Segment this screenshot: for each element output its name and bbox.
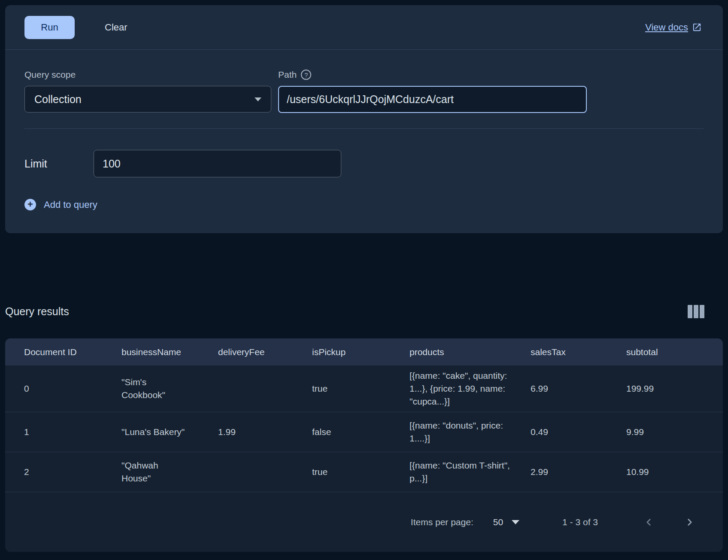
table-cell: 199.99 (626, 382, 723, 395)
external-link-icon (692, 22, 702, 32)
form-divider (24, 128, 704, 129)
table-cell: 1.99 (218, 426, 312, 438)
column-header-deliveryfee: deliveryFee (218, 347, 312, 357)
view-docs-link[interactable]: View docs (645, 22, 702, 33)
previous-page-button[interactable] (643, 517, 654, 528)
table-pagination: Items per page: 50 1 - 3 of 3 (5, 492, 723, 552)
query-results-title: Query results (5, 305, 69, 318)
path-label: Path (278, 70, 297, 80)
chevron-down-icon (255, 97, 261, 101)
table-row[interactable]: 0"Sim's Cookbook"true[{name: "cake", qua… (5, 365, 723, 412)
limit-label: Limit (24, 158, 94, 170)
column-header-salestax: salesTax (531, 347, 626, 357)
table-cell: [{name: "donuts", price: 1....}] (410, 419, 531, 445)
table-cell: "Qahwah House" (121, 459, 218, 485)
query-toolbar: Run Clear View docs (5, 5, 723, 50)
table-cell: 2.99 (531, 466, 626, 478)
table-cell: 0 (24, 382, 121, 395)
table-cell: 10.99 (626, 466, 723, 478)
limit-input[interactable] (94, 150, 341, 177)
path-input[interactable] (278, 86, 587, 113)
table-cell: [{name: "cake", quantity: 1...}, {price:… (410, 369, 531, 408)
table-cell: true (312, 466, 410, 478)
items-per-page-label: Items per page: (411, 517, 473, 527)
query-scope-value: Collection (34, 93, 82, 106)
add-to-query-button[interactable]: + Add to query (24, 199, 97, 210)
table-cell: 1 (24, 426, 121, 438)
column-header-ispickup: isPickup (312, 347, 410, 357)
table-cell: "Luna's Bakery" (121, 426, 218, 438)
table-cell: 9.99 (626, 426, 723, 438)
run-button[interactable]: Run (24, 16, 75, 39)
table-cell: 2 (24, 466, 121, 478)
column-header-subtotal: subtotal (626, 347, 723, 357)
view-columns-icon[interactable] (688, 305, 705, 318)
items-per-page-select[interactable]: 50 (493, 517, 519, 527)
column-header-document-id: Document ID (24, 347, 121, 357)
table-row[interactable]: 1"Luna's Bakery"1.99false[{name: "donuts… (5, 412, 723, 452)
table-cell: "Sim's Cookbook" (121, 376, 218, 402)
table-cell: [{name: "Custom T-shirt", p...}] (410, 459, 531, 485)
table-body: 0"Sim's Cookbook"true[{name: "cake", qua… (5, 365, 723, 492)
table-cell: 6.99 (531, 382, 626, 395)
query-builder-panel: Run Clear View docs Query scope Collecti… (5, 5, 723, 233)
plus-icon: + (24, 199, 36, 210)
pagination-range-label: 1 - 3 of 3 (562, 517, 598, 527)
clear-button[interactable]: Clear (97, 16, 135, 39)
query-form: Query scope Collection Path ? Limit + Ad (5, 50, 723, 210)
column-header-businessname: businessName (121, 347, 218, 357)
chevron-right-icon (684, 517, 695, 528)
column-header-products: products (410, 347, 531, 357)
table-cell: false (312, 426, 410, 438)
view-docs-label: View docs (645, 22, 688, 33)
add-to-query-label: Add to query (44, 199, 97, 210)
table-row[interactable]: 2"Qahwah House"true[{name: "Custom T-shi… (5, 452, 723, 492)
table-cell: true (312, 382, 410, 395)
items-per-page-value: 50 (493, 517, 503, 527)
chevron-down-icon (512, 520, 519, 524)
query-results-card: Document ID businessName deliveryFee isP… (5, 338, 723, 552)
chevron-left-icon (643, 517, 654, 528)
next-page-button[interactable] (684, 517, 695, 528)
query-scope-label: Query scope (24, 69, 271, 81)
table-header-row: Document ID businessName deliveryFee isP… (5, 338, 723, 365)
table-cell: 0.49 (531, 426, 626, 438)
help-icon[interactable]: ? (301, 70, 311, 80)
query-scope-select[interactable]: Collection (24, 86, 271, 113)
